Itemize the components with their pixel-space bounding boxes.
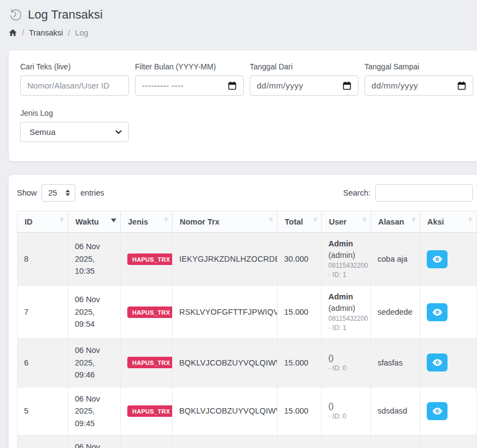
column-header-jenis[interactable]: Jenis: [121, 211, 173, 233]
column-header-waktu[interactable]: Waktu: [68, 211, 121, 233]
column-header-aksi[interactable]: Aksi: [420, 211, 477, 233]
filter-bulan: Filter Bulan (YYYY-MM) --------- ----: [135, 62, 244, 96]
home-icon[interactable]: [9, 29, 17, 37]
chevron-down-icon: [115, 130, 122, 134]
cell-total: 15.000: [278, 339, 322, 387]
filter-bulan-label: Filter Bulan (YYYY-MM): [135, 62, 244, 71]
search-input[interactable]: [375, 184, 473, 202]
sort-icon: [362, 217, 367, 222]
column-header-nomor-trx[interactable]: Nomor Trx: [173, 211, 278, 233]
column-header-user[interactable]: User: [322, 211, 371, 233]
log-table-panel: Show 25 entries Search: ID Waktu: [9, 175, 477, 448]
filter-tanggal-dari: Tanggal Dari dd/mm/yyyy: [250, 62, 358, 96]
jenis-badge: HAPUS_TRX: [127, 306, 173, 318]
sort-icon: [269, 217, 273, 222]
column-header-id[interactable]: ID: [17, 211, 68, 233]
eye-icon: [432, 308, 443, 316]
table-row: 6 06 Nov 2025, 09:46 HAPUS_TRX BQKLVJCOB…: [17, 339, 477, 387]
tanggal-sampai-input[interactable]: dd/mm/yyyy: [364, 75, 473, 96]
cari-teks-input[interactable]: [27, 81, 122, 90]
jenis-badge: HAPUS_TRX: [127, 405, 173, 417]
cell-total: 15.000: [278, 387, 322, 435]
view-detail-button[interactable]: [427, 402, 447, 420]
cell-jenis: HAPUS_TRX: [121, 339, 173, 387]
cell-user: () · ID: 0: [322, 339, 371, 387]
breadcrumb-separator: /: [22, 28, 24, 37]
cell-user: Admin (admin) 08115432200 · ID: 1: [322, 286, 371, 339]
user-name: Admin: [328, 238, 364, 250]
view-detail-button[interactable]: [427, 353, 447, 372]
cell-aksi: [420, 286, 477, 339]
page-length-control: Show 25 entries: [17, 184, 104, 202]
user-username: (admin): [328, 303, 364, 314]
breadcrumb-transaksi[interactable]: Transaksi: [29, 28, 63, 37]
tanggal-dari-label: Tanggal Dari: [250, 62, 358, 71]
cell-waktu: 06 Nov 2025, 09:43: [68, 435, 121, 448]
cari-teks-input-box: [20, 75, 129, 96]
search-label: Search:: [343, 188, 370, 197]
filter-cari-teks: Cari Teks (live): [20, 62, 129, 96]
cell-nomor-trx: BQKLVJCOBZUYVQLQIWVJ: [173, 339, 278, 387]
cell-alasan: zxcsdvsd: [371, 435, 420, 448]
cell-jenis: HAPUS_TRX: [121, 435, 173, 448]
column-header-total[interactable]: Total: [278, 211, 322, 233]
eye-icon: [432, 255, 443, 263]
table-row: 4 06 Nov 2025, 09:43 HAPUS_TRX BQKLVJCOB…: [17, 435, 477, 448]
cell-user: Admin (admin) 08115432200 · ID: 1: [322, 233, 371, 286]
sort-icon: [313, 217, 317, 222]
sort-icon: [468, 217, 473, 222]
calendar-icon[interactable]: [457, 81, 466, 90]
show-label: Show: [17, 188, 37, 197]
page-header: Log Transaksi / Transaksi / Log: [9, 8, 477, 37]
select-arrows-icon: [66, 190, 70, 196]
cell-total: 30.000: [278, 233, 322, 286]
calendar-icon[interactable]: [228, 81, 237, 90]
cell-aksi: [420, 435, 477, 448]
jenis-log-label: Jenis Log: [20, 109, 466, 117]
table-row: 5 06 Nov 2025, 09:45 HAPUS_TRX BQKLVJCOB…: [17, 387, 477, 435]
user-name: Admin: [328, 291, 364, 303]
jenis-log-select[interactable]: Semua: [20, 122, 129, 142]
view-detail-button[interactable]: [427, 250, 447, 268]
breadcrumb: / Transaksi / Log: [9, 28, 477, 37]
cell-id: 7: [17, 286, 68, 339]
view-detail-button[interactable]: [427, 303, 447, 321]
eye-icon: [432, 407, 443, 415]
cell-waktu: 06 Nov 2025, 09:46: [68, 339, 121, 387]
cell-alasan: coba aja: [371, 233, 420, 286]
cell-jenis: HAPUS_TRX: [121, 233, 173, 286]
table-header-row: ID Waktu Jenis Nomor Trx Total: [17, 211, 477, 233]
cell-waktu: 06 Nov 2025, 09:45: [68, 387, 121, 435]
cell-alasan: sededede: [371, 286, 420, 339]
cell-jenis: HAPUS_TRX: [121, 387, 173, 435]
cari-teks-label: Cari Teks (live): [20, 62, 129, 71]
user-username: (admin): [328, 250, 364, 261]
cell-aksi: [420, 339, 477, 387]
filter-bulan-input[interactable]: --------- ----: [135, 75, 244, 96]
user-phone: 08115432200: [328, 261, 364, 270]
cell-id: 8: [17, 233, 68, 286]
filter-jenis-log: Jenis Log Semua: [20, 109, 466, 142]
calendar-icon[interactable]: [343, 81, 351, 90]
tanggal-dari-input[interactable]: dd/mm/yyyy: [250, 75, 358, 96]
breadcrumb-separator: /: [68, 28, 70, 37]
cell-total: 15.000: [278, 286, 322, 339]
log-table: ID Waktu Jenis Nomor Trx Total: [17, 211, 477, 448]
column-header-alasan[interactable]: Alasan: [371, 211, 420, 233]
user-id: · ID: 0: [328, 364, 364, 373]
filter-tanggal-sampai: Tanggal Sampai dd/mm/yyyy: [364, 62, 473, 96]
sort-icon: [60, 217, 64, 222]
jenis-badge: HAPUS_TRX: [127, 254, 173, 265]
cell-waktu: 06 Nov 2025, 09:54: [68, 286, 121, 339]
cell-waktu: 06 Nov 2025, 10:35: [68, 233, 121, 286]
cell-id: 4: [17, 435, 68, 448]
user-phone: 08115432200: [328, 314, 364, 323]
page-length-select[interactable]: 25: [42, 184, 75, 202]
user-username: (): [328, 400, 364, 412]
user-username: (): [328, 352, 364, 364]
sort-desc-icon: [111, 219, 116, 222]
table-row: 8 06 Nov 2025, 10:35 HAPUS_TRX IEKYGJRKZ…: [17, 233, 477, 286]
history-icon: [9, 8, 22, 22]
cell-nomor-trx: IEKYGJRKZDNLHZOCRDEB: [173, 233, 278, 286]
user-id: · ID: 0: [328, 412, 364, 421]
